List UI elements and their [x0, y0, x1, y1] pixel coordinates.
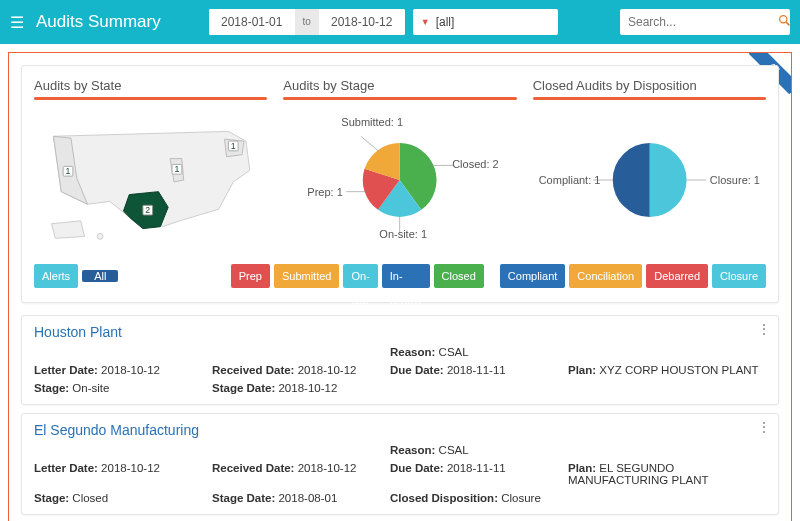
conciliation-button[interactable]: Conciliation: [569, 264, 642, 288]
dashboard-card: Audits by State: [21, 65, 779, 303]
stage-pie-chart[interactable]: Submitted: 1 Closed: 2 On-site: 1 Prep: …: [283, 110, 516, 250]
panel-title: Closed Audits by Disposition: [533, 78, 766, 93]
audit-card: ⋮ Houston Plant Reason: CSAL Letter Date…: [21, 315, 779, 405]
all-button[interactable]: All: [82, 270, 118, 282]
topbar: ☰ Audits Summary 2018-01-01 to 2018-10-1…: [0, 0, 800, 44]
pie-label: Prep: 1: [307, 186, 342, 198]
pie-label: Closure: 1: [710, 174, 760, 186]
date-to[interactable]: 2018-10-12: [319, 9, 405, 35]
state-marker-tx: 2: [143, 205, 153, 215]
svg-text:1: 1: [231, 141, 236, 151]
date-range[interactable]: 2018-01-01 to 2018-10-12: [209, 9, 405, 35]
panel-title: Audits by State: [34, 78, 267, 93]
svg-text:1: 1: [174, 164, 179, 174]
state-marker-ny: 1: [228, 141, 238, 151]
debarred-button[interactable]: Debarred: [646, 264, 708, 288]
stage-buttons: Prep Submitted On-site In-review Closed: [231, 264, 484, 288]
chevron-down-icon: ▼: [421, 17, 430, 27]
panel-by-stage: Audits by Stage: [283, 78, 516, 250]
svg-line-14: [361, 136, 378, 151]
svg-point-2: [97, 233, 103, 239]
menu-icon[interactable]: ☰: [10, 13, 24, 32]
inreview-button[interactable]: In-review: [382, 264, 430, 288]
state-marker-il: 1: [172, 164, 182, 174]
panel-by-state: Audits by State: [34, 78, 267, 250]
page-title: Audits Summary: [36, 12, 161, 32]
more-icon[interactable]: ⋮: [757, 324, 770, 334]
svg-point-0: [780, 16, 787, 23]
pie-label: Closed: 2: [452, 158, 498, 170]
prep-button[interactable]: Prep: [231, 264, 270, 288]
all-button-wrap: All: [82, 264, 118, 288]
pie-label: On-site: 1: [379, 228, 427, 240]
submitted-button[interactable]: Submitted: [274, 264, 340, 288]
search-wrap[interactable]: [620, 9, 790, 35]
main-frame: All Audits by State: [8, 52, 792, 521]
disposition-buttons: Compliant Conciliation Debarred Closure: [500, 264, 766, 288]
svg-line-1: [786, 22, 789, 25]
svg-text:2: 2: [145, 205, 150, 215]
compliant-button[interactable]: Compliant: [500, 264, 566, 288]
panel-by-disposition: Closed Audits by Disposition Compliant: …: [533, 78, 766, 250]
panel-title: Audits by Stage: [283, 78, 516, 93]
closure-button[interactable]: Closure: [712, 264, 766, 288]
disposition-pie-chart[interactable]: Compliant: 1 Closure: 1: [533, 110, 766, 250]
svg-text:1: 1: [66, 166, 71, 176]
more-icon[interactable]: ⋮: [757, 422, 770, 432]
onsite-button[interactable]: On-site: [343, 264, 377, 288]
search-input[interactable]: [628, 15, 778, 29]
search-icon[interactable]: [778, 14, 791, 30]
filter-select[interactable]: ▼ [all]: [413, 9, 558, 35]
pie-label: Compliant: 1: [539, 174, 601, 186]
filter-value: [all]: [436, 15, 455, 29]
audit-title-link[interactable]: Houston Plant: [34, 324, 122, 340]
date-from[interactable]: 2018-01-01: [209, 9, 295, 35]
alerts-button[interactable]: Alerts: [34, 264, 78, 288]
closed-button[interactable]: Closed: [434, 264, 484, 288]
audit-list: ⋮ Houston Plant Reason: CSAL Letter Date…: [21, 315, 779, 521]
audit-card: ⋮ El Segundo Manufacturing Reason: CSAL …: [21, 413, 779, 515]
view-buttons: Alerts All: [34, 264, 215, 288]
state-marker-ca: 1: [63, 166, 73, 176]
map-chart[interactable]: 1 2 1 1: [34, 110, 267, 250]
date-to-label: to: [295, 9, 319, 35]
audit-title-link[interactable]: El Segundo Manufacturing: [34, 422, 199, 438]
pie-label: Submitted: 1: [341, 116, 403, 128]
